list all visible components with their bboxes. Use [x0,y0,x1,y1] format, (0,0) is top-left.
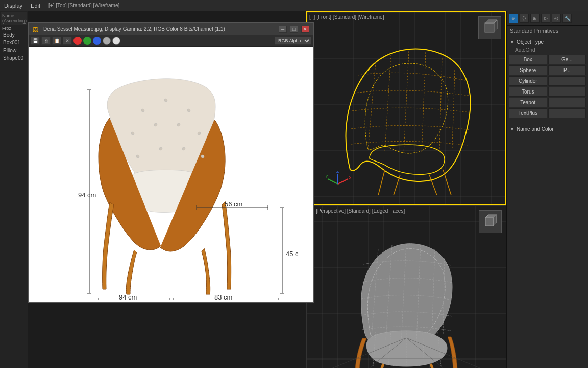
svg-line-35 [443,170,451,195]
cylinder-btn[interactable]: Cylinder [509,76,547,86]
svg-line-38 [404,51,409,153]
nav-cube-icon [481,19,499,37]
green-swatch[interactable] [83,37,91,45]
primitive-grid: Box Ge... Sphere P... Cylinder Torus Tea… [507,54,588,119]
hierarchy-icon-btn[interactable]: ⊞ [530,14,540,23]
right-panel: ⊕ ⟨⟩ ⊞ ▷ ◎ 🔧 Standard Primitives ▼ Objec… [506,11,588,368]
svg-point-10 [182,147,185,150]
minimize-button[interactable]: ─ [279,26,287,33]
freeze-label: Froz [1,25,27,31]
white-swatch[interactable] [112,37,120,45]
svg-text:83 cm: 83 cm [214,293,232,300]
svg-text:94 cm: 94 cm [78,191,96,199]
svg-point-8 [136,155,139,158]
svg-point-2 [164,99,167,102]
clear-btn[interactable]: ✕ [63,37,72,45]
svg-rect-64 [485,218,494,226]
viewport-label-front: [+] [Front] [Standard] [Wireframe] [309,14,384,20]
standard-primitives-label: Standard Primitives [507,26,588,36]
object-type-label: Object Type [517,39,544,45]
display-menu[interactable]: Display [4,3,22,9]
empty-btn-4[interactable] [548,108,586,118]
collapse-arrow-object-type: ▼ [510,40,514,45]
image-viewer-title: Dena Sessel Measure.jpg, Display Gamma: … [43,26,276,32]
object-type-section: ▼ Object Type AutoGrid Box Ge... Sphere … [507,36,588,121]
right-viewports-area: [+] [Front] [Standard] [Wireframe] [306,11,506,368]
svg-point-1 [141,109,144,112]
main-layout: Name (Ascending) Froz Body Box001 Pillow… [0,11,588,368]
object-item-body[interactable]: Body [1,31,27,39]
svg-point-6 [177,123,180,126]
name-color-header[interactable]: ▼ Name and Color [507,125,588,133]
object-item-shape[interactable]: Shape00 [1,54,27,62]
collapse-arrow-name-color: ▼ [510,127,514,132]
object-type-header[interactable]: ▼ Object Type [507,38,588,46]
svg-text:45 cm: 45 cm [286,250,299,258]
svg-line-33 [394,175,400,195]
svg-line-45 [338,179,348,184]
blue-swatch[interactable] [93,37,101,45]
svg-text:Y: Y [325,174,328,179]
teapot-btn[interactable]: Teapot [509,98,547,107]
geosphere-btn[interactable]: Ge... [548,55,586,64]
channel-select[interactable]: RGB Alpha [275,37,311,45]
save-btn[interactable]: 💾 [31,37,40,45]
textplus-btn[interactable]: TextPlus [509,108,547,118]
paste-btn[interactable]: 📋 [52,37,61,45]
object-item-box[interactable]: Box001 [1,39,27,47]
svg-point-4 [131,132,134,135]
svg-text:Z: Z [336,171,339,174]
utilities-icon-btn[interactable]: 🔧 [562,14,572,23]
edit-menu[interactable]: Edit [31,3,40,9]
copy-btn[interactable]: ⎘ [41,37,51,45]
sphere-btn[interactable]: Sphere [509,65,547,75]
svg-point-7 [198,132,201,135]
display-icon-btn[interactable]: ◎ [552,14,561,23]
empty-btn-2[interactable] [548,87,586,97]
svg-line-69 [357,338,407,368]
perspective-grid [307,338,506,368]
svg-line-34 [429,175,437,195]
svg-line-67 [307,338,406,368]
empty-btn-3[interactable] [548,98,586,107]
panel-toolbar: ⊕ ⟨⟩ ⊞ ▷ ◎ 🔧 [507,11,588,26]
nav-cube-perspective-icon [481,213,499,231]
viewport-label-perspective: [+] [Perspective] [Standard] [Edged Face… [309,208,405,214]
image-viewer-toolbar: 💾 ⎘ 📋 ✕ RGB Alpha [29,35,313,47]
red-swatch[interactable] [74,37,82,45]
svg-text:56 cm: 56 cm [225,200,242,208]
create-icon-btn[interactable]: ⊕ [509,14,518,23]
empty-btn-1[interactable] [548,76,586,86]
svg-point-11 [201,155,204,158]
name-color-section: ▼ Name and Color [507,123,588,135]
svg-point-5 [154,123,157,126]
image-viewer-window: 🖼 Dena Sessel Measure.jpg, Display Gamma… [28,22,314,303]
maximize-button[interactable]: □ [290,26,298,33]
autogrid-label: AutoGrid [507,46,588,54]
svg-line-47 [328,179,338,184]
svg-line-68 [406,338,506,368]
nav-cube-perspective[interactable] [479,210,502,233]
image-icon: 🖼 [33,26,38,32]
image-content: 56 cm 94 cm 45 cm 94 cm [29,47,313,302]
svg-line-70 [406,338,456,368]
left-panel: Name (Ascending) Froz Body Box001 Pillow… [0,11,506,368]
axis-indicator-top: X Y Z [325,171,351,197]
sort-label: Name (Ascending) [1,12,27,25]
motion-icon-btn[interactable]: ▷ [541,14,550,23]
p-btn[interactable]: P... [548,65,586,75]
top-viewport[interactable]: [+] [Front] [Standard] [Wireframe] [306,11,506,205]
svg-line-32 [378,170,385,195]
torus-btn[interactable]: Torus [509,87,547,97]
object-item-pillow[interactable]: Pillow [1,47,27,54]
gray-swatch[interactable] [103,37,111,45]
bottom-viewport[interactable]: [+] [Perspective] [Standard] [Edged Face… [306,205,506,368]
modify-icon-btn[interactable]: ⟨⟩ [520,14,529,23]
menu-bar: Display Edit [+] [Top] [Standard] [Wiref… [0,0,588,11]
image-viewer-titlebar: 🖼 Dena Sessel Measure.jpg, Display Gamma… [29,23,313,35]
name-color-label: Name and Color [517,126,554,132]
close-button[interactable]: ✕ [301,26,309,33]
nav-cube-top[interactable] [478,16,501,39]
chair-measurement-svg: 56 cm 94 cm 45 cm 94 cm [43,49,299,300]
box-btn[interactable]: Box [509,55,547,64]
